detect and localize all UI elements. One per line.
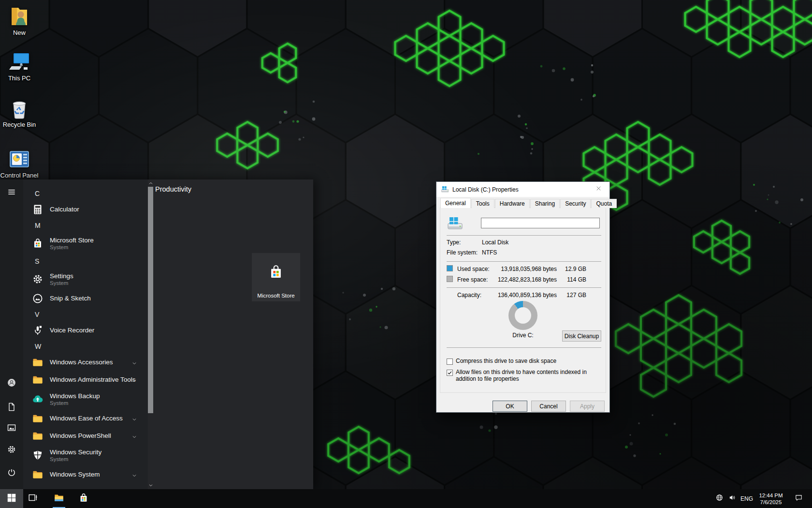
clock[interactable]: 12:44 PM 7/6/2025 (753, 489, 789, 508)
desktop-icon-this-pc[interactable]: This PC (0, 50, 42, 82)
free-space-label: Free space: (457, 276, 488, 283)
app-item-windows-ease-of-access[interactable]: Windows Ease of Access (23, 410, 148, 427)
file-system-value: NTFS (482, 249, 497, 256)
power-button[interactable] (0, 464, 23, 483)
used-space-bytes: 13,918,035,968 bytes (501, 266, 557, 272)
app-section-letter-s[interactable]: S (23, 254, 148, 269)
app-item-windows-backup[interactable]: Windows BackupSystem (23, 388, 148, 410)
desktop-icon-new[interactable]: New (0, 5, 42, 36)
desktop-icon-recycle-bin[interactable]: Recycle Bin (0, 97, 42, 128)
chevron-down-icon (131, 416, 137, 421)
dialog-title: Local Disk (C:) Properties (452, 186, 519, 193)
app-item-label: Windows PowerShell (50, 432, 111, 440)
allow-indexing-checkbox[interactable]: Allow files on this drive to have conten… (447, 369, 601, 382)
menu-expand-button[interactable] (0, 183, 23, 203)
capacity-bytes: 136,400,859,136 bytes (498, 292, 557, 299)
user-avatar-icon (7, 378, 16, 389)
scrollbar-thumb[interactable] (148, 187, 153, 413)
hamburger-icon (7, 187, 16, 199)
free-space-legend-swatch (447, 276, 453, 282)
checkbox-box (447, 370, 453, 376)
disk-usage-donut-chart (508, 301, 537, 330)
app-item-windows-accessories[interactable]: Windows Accessories (23, 354, 148, 371)
folder-icon (32, 469, 44, 480)
app-item-label: Calculator (50, 206, 79, 213)
documents-button[interactable] (0, 398, 23, 418)
app-item-windows-security[interactable]: Windows SecuritySystem (23, 445, 148, 466)
scroll-up-icon[interactable] (147, 180, 154, 186)
tray-date: 7/6/2025 (760, 499, 782, 506)
tab-hardware[interactable]: Hardware (495, 199, 530, 208)
apply-button[interactable]: Apply (570, 401, 605, 412)
shield-icon (32, 449, 44, 461)
compress-drive-checkbox[interactable]: Compress this drive to save disk space (447, 358, 601, 365)
tile-microsoft-store[interactable]: Microsoft Store (252, 253, 300, 301)
separator (447, 235, 601, 236)
app-section-letter-v[interactable]: V (23, 307, 148, 322)
app-section-letter-w[interactable]: W (23, 339, 148, 354)
settings-button[interactable] (0, 441, 23, 460)
app-item-microsoft-store[interactable]: Microsoft StoreSystem (23, 233, 148, 254)
file-explorer-button[interactable] (47, 489, 71, 508)
backup-cloud-icon (32, 393, 44, 405)
tab-tools[interactable]: Tools (471, 199, 494, 208)
app-item-snip-sketch[interactable]: Snip & Sketch (23, 290, 148, 307)
scroll-down-icon[interactable] (147, 482, 154, 488)
dialog-titlebar[interactable]: Local Disk (C:) Properties (436, 182, 609, 197)
drive-icon (441, 186, 449, 193)
section-letter: S (35, 257, 39, 265)
folder-icon (32, 357, 44, 368)
action-center-button[interactable] (789, 489, 808, 508)
tab-sharing[interactable]: Sharing (530, 199, 560, 208)
checkbox-label: Compress this drive to save disk space (456, 358, 556, 365)
gear-icon (32, 273, 44, 285)
user-account-button[interactable] (0, 374, 23, 393)
free-space-bytes: 122,482,823,168 bytes (498, 276, 557, 283)
disk-cleanup-button[interactable]: Disk Cleanup (562, 330, 601, 342)
folder-icon (32, 374, 44, 386)
drive-icon (447, 216, 463, 231)
app-item-subtitle: System (50, 456, 102, 463)
desktop-icon-label: This PC (8, 75, 30, 82)
cancel-button[interactable]: Cancel (531, 401, 566, 412)
volume-tray-button[interactable] (725, 489, 740, 508)
app-item-settings[interactable]: SettingsSystem (23, 269, 148, 290)
app-section-letter-m[interactable]: M (23, 218, 148, 233)
store-taskbar-button[interactable] (72, 489, 95, 508)
local-disk-properties-dialog: Local Disk (C:) Properties General Tools… (436, 181, 610, 413)
app-item-windows-system[interactable]: Windows System (23, 466, 148, 483)
app-item-voice-recorder[interactable]: Voice Recorder (23, 322, 148, 339)
section-letter: W (35, 343, 41, 350)
windows-logo-icon (6, 493, 17, 505)
tile-group-title[interactable]: Productivity (155, 185, 191, 193)
ok-button[interactable]: OK (493, 401, 527, 412)
start-tile-area: Productivity Microsoft Store (148, 179, 313, 489)
free-space-gb: 114 GB (560, 276, 586, 283)
start-menu: CCalculatorMMicrosoft StoreSystemSSettin… (0, 179, 313, 489)
gear-icon (7, 445, 16, 456)
app-item-label: Windows Backup (50, 392, 100, 400)
app-item-windows-powershell[interactable]: Windows PowerShell (23, 427, 148, 445)
checkbox-label: Allow files on this drive to have conten… (456, 369, 601, 382)
tab-general[interactable]: General (440, 198, 471, 208)
app-item-label: Windows Ease of Access (50, 415, 123, 422)
tab-security[interactable]: Security (560, 199, 591, 208)
volume-label-input[interactable] (481, 218, 600, 228)
chevron-down-icon (131, 377, 137, 383)
folder-icon (32, 413, 44, 424)
app-item-label: Windows Security (50, 448, 102, 456)
app-section-letter-c[interactable]: C (23, 186, 148, 201)
tab-quota[interactable]: Quota (591, 199, 617, 208)
app-list-scrollbar[interactable] (147, 179, 154, 489)
action-center-icon (795, 493, 803, 504)
app-item-subtitle: System (50, 400, 100, 406)
desktop-icon-control-panel[interactable]: Control Panel (0, 148, 42, 179)
capacity-label: Capacity: (457, 292, 481, 299)
pictures-button[interactable] (0, 419, 23, 438)
task-view-button[interactable] (21, 489, 44, 508)
close-button[interactable] (588, 182, 609, 196)
app-item-subtitle: System (50, 244, 94, 251)
app-item-windows-administrative-tools[interactable]: Windows Administrative Tools (23, 371, 148, 388)
start-button[interactable] (0, 489, 23, 508)
app-item-calculator[interactable]: Calculator (23, 201, 148, 218)
